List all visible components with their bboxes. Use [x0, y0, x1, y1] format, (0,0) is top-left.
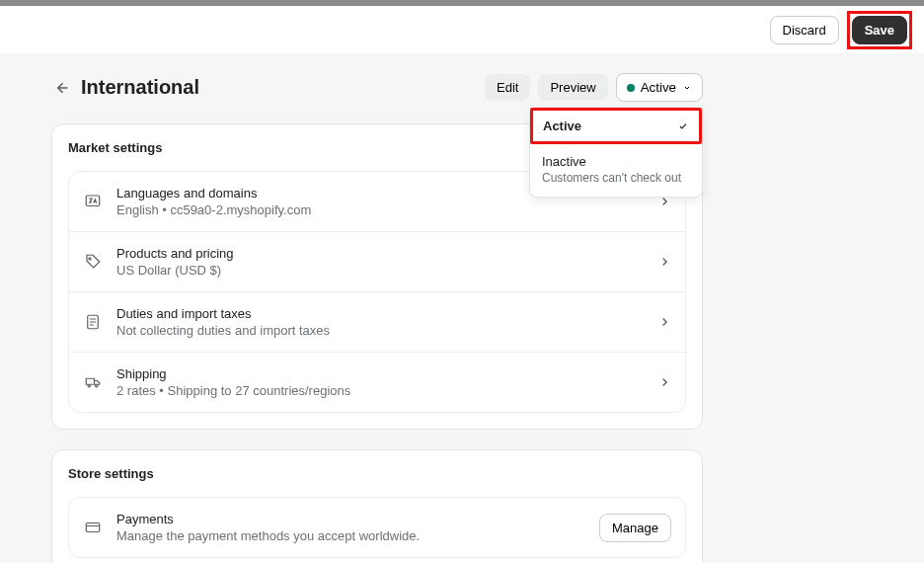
chevron-right-icon — [657, 315, 671, 329]
edit-button[interactable]: Edit — [485, 74, 530, 101]
row-payments: Payments Manage the payment methods you … — [69, 498, 685, 557]
row-sub: English • cc59a0-2.myshopify.com — [116, 202, 644, 217]
pricetag-icon — [83, 252, 103, 272]
dropdown-option-inactive[interactable]: Inactive Customers can't check out — [530, 144, 702, 197]
store-settings-card: Store settings Payments Manage the payme… — [51, 449, 703, 563]
row-heading: Duties and import taxes — [116, 306, 644, 321]
row-heading: Products and pricing — [116, 246, 644, 261]
status-dropdown-menu: Active Inactive Customers can't check ou… — [529, 107, 703, 198]
svg-point-4 — [96, 385, 98, 387]
language-icon — [83, 192, 103, 211]
row-shipping[interactable]: Shipping 2 rates • Shipping to 27 countr… — [69, 352, 685, 412]
row-duties-taxes[interactable]: Duties and import taxes Not collecting d… — [69, 291, 685, 352]
svg-point-1 — [89, 258, 91, 260]
status-dot-icon — [627, 84, 635, 92]
store-settings-title: Store settings — [52, 450, 702, 489]
row-sub: US Dollar (USD $) — [116, 263, 644, 278]
row-heading: Payments — [116, 512, 585, 526]
row-sub: Manage the payment methods you accept wo… — [116, 528, 585, 543]
top-bar: Discard Save — [0, 6, 924, 53]
chevron-right-icon — [657, 255, 671, 269]
discard-button[interactable]: Discard — [770, 16, 839, 44]
status-dropdown-button[interactable]: Active — [616, 73, 703, 102]
receipt-icon — [83, 312, 103, 332]
check-icon — [677, 121, 689, 132]
dropdown-inactive-label: Inactive — [542, 154, 690, 169]
page-body: International Edit Preview Active Active — [0, 53, 924, 563]
save-button[interactable]: Save — [852, 16, 907, 44]
svg-rect-0 — [86, 196, 100, 206]
truck-icon — [83, 372, 103, 392]
header-actions: Edit Preview Active Active Inactive Cust… — [485, 73, 703, 102]
row-products-pricing[interactable]: Products and pricing US Dollar (USD $) — [69, 231, 685, 291]
dropdown-inactive-sub: Customers can't check out — [542, 171, 690, 185]
svg-rect-5 — [86, 523, 100, 532]
svg-point-3 — [88, 385, 90, 387]
card-icon — [83, 518, 103, 537]
dropdown-active-label: Active — [543, 119, 581, 133]
manage-button[interactable]: Manage — [599, 514, 671, 542]
status-label: Active — [641, 80, 676, 95]
chevron-right-icon — [657, 375, 671, 389]
row-sub: Not collecting duties and import taxes — [116, 323, 644, 338]
dropdown-option-active[interactable]: Active — [530, 108, 702, 144]
page-header: International Edit Preview Active Active — [51, 73, 703, 102]
row-sub: 2 rates • Shipping to 27 countries/regio… — [116, 383, 644, 398]
back-arrow-icon[interactable] — [51, 78, 71, 98]
save-button-highlight: Save — [847, 11, 912, 49]
chevron-down-icon — [682, 83, 692, 93]
row-heading: Shipping — [116, 366, 644, 381]
preview-button[interactable]: Preview — [538, 74, 607, 101]
page-title: International — [81, 76, 199, 99]
